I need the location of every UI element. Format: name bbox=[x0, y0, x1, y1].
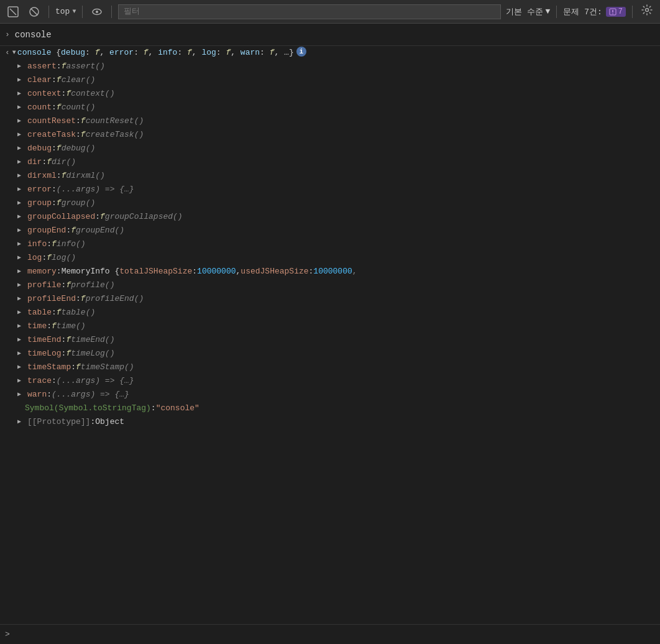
filter-input[interactable] bbox=[118, 4, 500, 19]
expand-arrow-icon[interactable]: ▶ bbox=[17, 142, 25, 155]
expand-arrow-icon[interactable]: ▶ bbox=[17, 361, 25, 374]
expand-arrow-icon[interactable]: ▶ bbox=[17, 74, 25, 86]
chevron-down-icon: ▼ bbox=[72, 8, 76, 15]
list-item[interactable]: ▶ count: f count() bbox=[0, 101, 660, 114]
expand-arrow-icon[interactable]: ▶ bbox=[17, 170, 25, 182]
expand-arrow-icon[interactable]: ▶ bbox=[17, 88, 25, 100]
list-item[interactable]: ▶ timeStamp: f timeStamp() bbox=[0, 361, 660, 374]
level-label: 기본 수준 bbox=[506, 6, 543, 17]
bottom-prompt-arrow-icon: > bbox=[5, 630, 10, 639]
list-item[interactable]: ▶ countReset: f countReset() bbox=[0, 114, 660, 128]
list-item[interactable]: ▶ time: f time() bbox=[0, 320, 660, 333]
divider-2 bbox=[82, 6, 83, 18]
list-item[interactable]: ▶ warn: (...args) => {…} bbox=[0, 388, 660, 402]
svg-point-5 bbox=[96, 11, 98, 13]
expand-arrow-icon[interactable]: ▶ bbox=[17, 389, 25, 401]
expand-arrow-icon[interactable]: ▶ bbox=[17, 211, 25, 223]
svg-line-1 bbox=[10, 9, 16, 15]
issues-area: 문제 7건: 7 bbox=[563, 6, 626, 17]
list-item[interactable]: ▶ createTask: f createTask() bbox=[0, 128, 660, 142]
prototype-line[interactable]: ▶ [[Prototype]]: Object bbox=[0, 415, 660, 429]
context-selector[interactable]: top ▼ bbox=[55, 7, 76, 16]
list-item[interactable]: ▶ debug: f debug() bbox=[0, 142, 660, 155]
expand-arrow-icon[interactable]: ▶ bbox=[17, 115, 25, 127]
symbol-line: Symbol(Symbol.toStringTag): "console" bbox=[0, 402, 660, 415]
list-item[interactable]: ▶ memory: MemoryInfo {totalJSHeapSize: 1… bbox=[0, 265, 660, 278]
list-item[interactable]: ▶ groupEnd: f groupEnd() bbox=[0, 224, 660, 237]
list-item[interactable]: ▶ groupCollapsed: f groupCollapsed() bbox=[0, 210, 660, 224]
issue-icon bbox=[609, 8, 616, 16]
list-item[interactable]: ▶ clear: f clear() bbox=[0, 73, 660, 87]
settings-icon[interactable] bbox=[639, 2, 655, 21]
list-item[interactable]: ▶ error: (...args) => {…} bbox=[0, 183, 660, 196]
expand-arrow-icon[interactable]: ▶ bbox=[17, 238, 25, 251]
expand-arrow-icon[interactable]: ▶ bbox=[17, 320, 25, 333]
eye-icon[interactable] bbox=[89, 4, 105, 20]
root-expand-arrow[interactable]: ▼ bbox=[12, 47, 16, 59]
divider-4 bbox=[556, 6, 557, 18]
expand-arrow-icon[interactable]: ▶ bbox=[17, 183, 25, 196]
list-item[interactable]: ▶ trace: (...args) => {…} bbox=[0, 374, 660, 388]
expand-arrow-icon[interactable]: ▶ bbox=[17, 279, 25, 292]
list-item[interactable]: ▶ log: f log() bbox=[0, 251, 660, 265]
expand-arrow-icon[interactable]: ▶ bbox=[17, 293, 25, 305]
list-item[interactable]: ▶ table: f table() bbox=[0, 306, 660, 320]
list-item[interactable]: ▶ dirxml: f dirxml() bbox=[0, 169, 660, 183]
list-item[interactable]: ▶ dir: f dir() bbox=[0, 155, 660, 169]
tree-root-row[interactable]: ‹ ▼ console {debug: f, error: f, info: f… bbox=[0, 46, 660, 60]
prohibit-icon[interactable] bbox=[5, 4, 21, 20]
expand-arrow-icon[interactable]: ▶ bbox=[17, 101, 25, 114]
console-prompt-bar: › console bbox=[0, 24, 660, 46]
expand-arrow-icon[interactable]: ▶ bbox=[17, 60, 25, 73]
circle-slash-icon[interactable] bbox=[26, 4, 42, 20]
prompt-arrow-icon: › bbox=[5, 30, 10, 39]
expand-arrow-icon[interactable]: ▶ bbox=[17, 224, 25, 237]
list-item[interactable]: ▶ timeLog: f timeLog() bbox=[0, 347, 660, 361]
expand-arrow-icon[interactable]: ▶ bbox=[17, 129, 25, 141]
expand-arrow-icon[interactable]: ▶ bbox=[17, 252, 25, 264]
list-item[interactable]: ▶ profile: f profile() bbox=[0, 278, 660, 292]
svg-point-9 bbox=[646, 9, 649, 12]
svg-line-3 bbox=[31, 8, 38, 15]
expand-arrow-icon[interactable]: ▶ bbox=[17, 347, 25, 360]
console-tree-content: ‹ ▼ console {debug: f, error: f, info: f… bbox=[0, 46, 660, 624]
list-item[interactable]: ▶ timeEnd: f timeEnd() bbox=[0, 333, 660, 347]
level-chevron-icon: ▼ bbox=[546, 7, 551, 16]
expand-arrow-icon[interactable]: ▶ bbox=[17, 306, 25, 319]
list-item[interactable]: ▶ profileEnd: f profileEnd() bbox=[0, 292, 660, 306]
divider-3 bbox=[111, 6, 112, 18]
issues-label: 문제 7건: bbox=[563, 6, 602, 17]
toolbar: top ▼ 기본 수준 ▼ 문제 7건: 7 bbox=[0, 0, 660, 24]
expand-arrow-icon[interactable]: ▶ bbox=[17, 197, 25, 209]
list-item[interactable]: ▶ group: f group() bbox=[0, 196, 660, 210]
context-label: top bbox=[55, 7, 70, 16]
expand-arrow-icon[interactable]: ▶ bbox=[17, 265, 25, 278]
list-item[interactable]: ▶ info: f info() bbox=[0, 237, 660, 251]
back-arrow-icon: ‹ bbox=[5, 47, 10, 59]
expand-arrow-icon[interactable]: ▶ bbox=[17, 416, 25, 428]
issue-badge[interactable]: 7 bbox=[606, 7, 626, 17]
level-selector[interactable]: 기본 수준 ▼ bbox=[506, 6, 551, 17]
console-label: console bbox=[15, 30, 52, 40]
divider-5 bbox=[632, 6, 633, 18]
expand-arrow-icon[interactable]: ▶ bbox=[17, 334, 25, 346]
expand-arrow-icon[interactable]: ▶ bbox=[17, 375, 25, 387]
list-item[interactable]: ▶ assert: f assert() bbox=[0, 60, 660, 73]
divider-1 bbox=[48, 6, 49, 18]
issue-count: 7 bbox=[618, 7, 623, 16]
expand-arrow-icon[interactable]: ▶ bbox=[17, 156, 25, 168]
list-item[interactable]: ▶ context: f context() bbox=[0, 87, 660, 101]
svg-point-8 bbox=[612, 13, 613, 14]
root-object-text: console {debug: f, error: f, info: f, lo… bbox=[17, 47, 294, 59]
bottom-prompt-bar: > bbox=[0, 624, 660, 644]
info-badge[interactable]: i bbox=[296, 47, 306, 57]
